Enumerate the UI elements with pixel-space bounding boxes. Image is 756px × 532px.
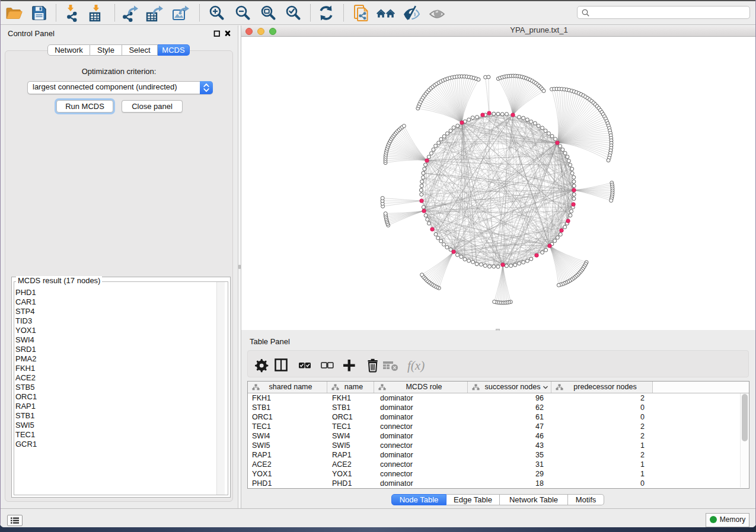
svg-text:f(x): f(x): [407, 358, 425, 373]
